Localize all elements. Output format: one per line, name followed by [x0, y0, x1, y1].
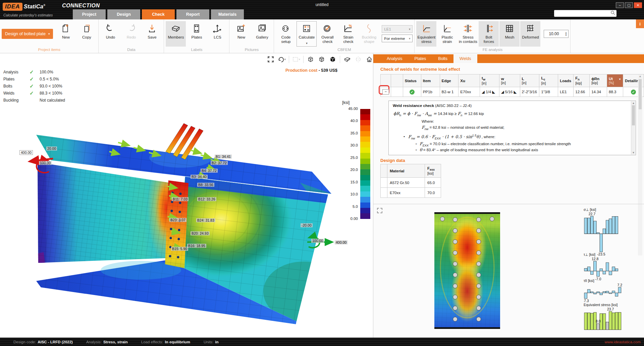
new-button[interactable]: New: [56, 21, 76, 47]
check-icon: ✓: [30, 76, 40, 82]
members-button[interactable]: Members: [166, 21, 186, 47]
formula-fnw: Fnw = 62.8 ksi – nominal stress of weld …: [422, 125, 504, 131]
tab-design[interactable]: Design: [107, 9, 140, 19]
weld-table-row[interactable]: −✓PP1bB2-w 1E70xx◢ 1/4 ◣◢ 5/16 ◣2'-2"3/1…: [381, 87, 644, 97]
strain-icon: %: [342, 23, 354, 34]
status-value: 100.0%: [40, 70, 53, 74]
statusbar-value: Stress, strain: [103, 340, 128, 344]
svg-text:7.2: 7.2: [617, 283, 622, 287]
check-icon: ✓: [30, 69, 40, 75]
formula-scrollbar[interactable]: ▲▼: [631, 101, 635, 155]
status-row-analysis: Analysis✓100.0%: [3, 68, 53, 75]
plates-button[interactable]: Plates: [186, 21, 207, 47]
column-header-w[interactable]: w[in]: [499, 74, 520, 87]
column-header-loads[interactable]: Loads: [558, 74, 574, 87]
website-link[interactable]: www.ideastatica.com: [605, 340, 641, 344]
tab-materials[interactable]: Materials: [211, 9, 244, 19]
button-label: Copy: [82, 35, 91, 40]
button-label: Members: [168, 35, 184, 40]
bolt-force-label: B23: 3.07: [169, 218, 186, 222]
info-button[interactable]: i: [636, 19, 644, 28]
column-header-item[interactable]: Item: [421, 74, 440, 87]
overall-check-button[interactable]: Overall check: [317, 21, 337, 47]
buckling-shape-button[interactable]: Buckling shape: [359, 21, 379, 47]
mesh-button[interactable]: Mesh: [499, 21, 520, 47]
minimize-button[interactable]: –: [616, 2, 624, 8]
column-header-xu[interactable]: Xu: [459, 74, 480, 87]
button-label: Bolt forces: [484, 35, 494, 44]
tab-check[interactable]: Check: [142, 9, 175, 19]
cube-hidden-icon[interactable]: [318, 55, 326, 63]
copy-button[interactable]: Copy: [76, 21, 97, 47]
results-tab-welds[interactable]: Welds: [453, 54, 477, 63]
weld-diagram-2: τII [ksi]7.2-7.3: [584, 279, 627, 304]
cell-xu: E70xx: [459, 87, 480, 97]
column-header-blank[interactable]: [391, 74, 403, 87]
expand-detail-icon[interactable]: [376, 207, 383, 214]
spinner-down-icon[interactable]: ▼: [565, 34, 567, 36]
mirror-icon[interactable]: [354, 55, 362, 63]
panel-scrollbar[interactable]: ▲: [638, 74, 642, 255]
column-header-edge[interactable]: Edge: [440, 74, 459, 87]
equivalent-stress-button[interactable]: Equivalent stress: [416, 21, 436, 47]
pic-new-icon: [235, 23, 247, 34]
design-data-row[interactable]: A572 Gr.5065.0: [381, 178, 441, 188]
column-header-ut[interactable]: Ut ▼[%]: [607, 74, 623, 87]
home-icon[interactable]: [365, 55, 373, 63]
view-toolbar: ▾▾: [267, 55, 373, 64]
rotate-icon[interactable]: ▾: [278, 55, 286, 63]
results-tab-plates[interactable]: Plates: [409, 54, 432, 63]
new-button[interactable]: New: [231, 21, 251, 47]
app-window: IDEA StatiCa® CONNECTION Calculate yeste…: [0, 0, 644, 346]
column-header-f[interactable]: Fn[kip]: [574, 74, 590, 87]
check-mode-combo[interactable]: For extreme▾: [382, 35, 413, 42]
gallery-button[interactable]: Gallery: [252, 21, 272, 47]
ribbon-group-label: Pictures: [231, 47, 272, 53]
code-icon: [280, 23, 291, 34]
chevron-down-icon: ▾: [299, 58, 300, 61]
operation-dropdown[interactable]: Design of bolted plate▾: [2, 29, 53, 39]
tab-project[interactable]: Project: [73, 9, 106, 19]
select-icon[interactable]: ▾: [292, 55, 300, 63]
plastic-strain-button[interactable]: Plastic strain: [437, 21, 457, 47]
undo-button[interactable]: Undo: [100, 21, 120, 47]
column-header-t[interactable]: tw[in]: [480, 74, 499, 87]
spinner-up-icon[interactable]: ▲: [565, 32, 567, 34]
redo-button[interactable]: Redo: [121, 21, 141, 47]
code-setup-button[interactable]: Code setup: [276, 21, 296, 47]
search-icon[interactable]: [610, 10, 615, 16]
load-label: 400.00: [19, 150, 33, 155]
svg-text:-7.3: -7.3: [584, 299, 589, 303]
svg-text:22.7: 22.7: [589, 212, 596, 216]
viewport-3d[interactable]: Analysis✓100.0%Plates✓0.5 < 5.0%Bolts✓93…: [0, 53, 373, 338]
column-header-l[interactable]: Lc[in]: [539, 74, 558, 87]
section-icon[interactable]: [343, 55, 351, 63]
stress-in-contacts-button[interactable]: Stress in contacts: [458, 21, 478, 47]
design-data-row[interactable]: E70xx70.0: [381, 188, 441, 198]
column-header-ϕrn[interactable]: ϕRn[kip]: [590, 74, 607, 87]
tab-report[interactable]: Report: [176, 9, 209, 19]
load-effect-combo[interactable]: LE1▾: [382, 25, 413, 33]
cube-solid-icon[interactable]: [329, 55, 337, 63]
calculate-button[interactable]: Calculate▾: [297, 21, 317, 47]
weld-diagram-title: σ⊥ [ksi]: [584, 208, 627, 212]
save-button[interactable]: Save: [142, 21, 162, 47]
results-tab-analysis[interactable]: Analysis: [381, 54, 409, 63]
search-input[interactable]: [554, 10, 616, 17]
close-button[interactable]: ✕: [634, 2, 642, 8]
maximize-button[interactable]: ▢: [625, 2, 633, 8]
toolbar-separator: [340, 56, 340, 63]
deformed-scale-spinner[interactable]: 10.00▲▼: [544, 30, 569, 38]
collapse-row-button[interactable]: −: [382, 89, 389, 95]
design-column-blank: [381, 164, 387, 178]
bolt-forces-button[interactable]: Bolt forces: [479, 21, 499, 47]
lcs-button[interactable]: LCS: [207, 21, 227, 47]
deformed-button[interactable]: Deformed: [520, 21, 540, 47]
expand-icon[interactable]: [267, 55, 275, 63]
cube-wire-icon[interactable]: [307, 55, 315, 63]
column-header-status[interactable]: Status: [403, 74, 421, 87]
results-tab-bolts[interactable]: Bolts: [432, 54, 453, 63]
strain-check-button[interactable]: %Strain check: [338, 21, 358, 47]
column-header-l[interactable]: L[in]: [520, 74, 539, 87]
cell-Ut: 88.3: [607, 87, 623, 97]
